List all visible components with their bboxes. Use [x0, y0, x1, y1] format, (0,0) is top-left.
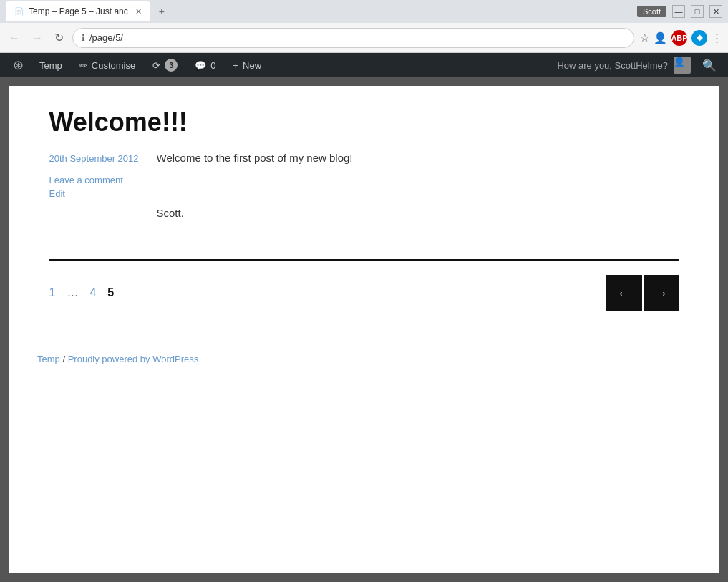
back-button[interactable]: ←: [6, 29, 23, 47]
new-tab-button[interactable]: +: [153, 1, 170, 21]
browser-tab[interactable]: 📄 Temp – Page 5 – Just anc ✕: [6, 1, 150, 21]
wp-logo-item[interactable]: ⊛: [6, 53, 31, 77]
page-wrapper[interactable]: Welcome!!! 20th September 2012 Leave a c…: [9, 86, 719, 573]
pagination-area: 1 … 4 5 ← →: [49, 259, 679, 311]
wp-comments-count: 0: [210, 60, 215, 71]
tab-title: Temp – Page 5 – Just anc: [29, 6, 128, 16]
address-bar: ← → ↻ ℹ /page/5/ ☆ 👤 ABP ◆ ⋮: [0, 23, 728, 53]
edit-link[interactable]: Edit: [49, 188, 142, 199]
wp-new-icon: +: [233, 60, 238, 71]
wp-howdy-text: How are you, ScottHelme?: [557, 60, 668, 71]
wp-updates-item[interactable]: ⟳ 3: [144, 53, 186, 77]
wp-new-label: New: [243, 60, 261, 71]
forward-button[interactable]: →: [29, 29, 46, 47]
title-bar: 📄 Temp – Page 5 – Just anc ✕ + Scott — □…: [0, 0, 728, 23]
wp-new-item[interactable]: + New: [224, 53, 270, 77]
browser-content: Welcome!!! 20th September 2012 Leave a c…: [0, 77, 728, 582]
post-title: Welcome!!!: [49, 107, 679, 137]
footer-separator: /: [62, 354, 65, 364]
post-date: 20th September 2012: [49, 153, 139, 164]
tab-close-icon[interactable]: ✕: [135, 7, 142, 16]
minimize-button[interactable]: —: [672, 5, 685, 18]
post-meta: 20th September 2012 Leave a comment Edit: [49, 152, 142, 231]
user-info-icon[interactable]: 👤: [654, 31, 667, 44]
page-ellipsis: …: [67, 286, 78, 299]
pagination-arrows: ← →: [606, 275, 679, 311]
star-icon[interactable]: ☆: [640, 31, 649, 44]
tab-favicon-icon: 📄: [14, 7, 24, 16]
url-text: /page/5/: [89, 32, 123, 43]
adblock-icon[interactable]: ABP: [671, 30, 687, 46]
leave-comment-link[interactable]: Leave a comment: [49, 175, 142, 185]
wp-admin-bar-right: How are you, ScottHelme? 👤 🔍: [557, 57, 722, 74]
address-icons: ☆ 👤 ABP ◆ ⋮: [640, 30, 722, 46]
wp-search-icon[interactable]: 🔍: [697, 59, 722, 72]
post-content-text: Welcome to the first post of my new blog…: [157, 152, 679, 164]
footer-powered-by[interactable]: Proudly powered by WordPress: [68, 354, 199, 364]
info-icon: ℹ: [82, 33, 85, 43]
pagination-numbers: 1 … 4 5: [49, 286, 115, 299]
wp-comments-item[interactable]: 💬 0: [186, 53, 224, 77]
maximize-button[interactable]: □: [691, 5, 704, 18]
next-page-button[interactable]: →: [644, 275, 679, 311]
page-1-link[interactable]: 1: [49, 286, 56, 299]
wp-admin-bar-left: ⊛ Temp ✏ Customise ⟳ 3 💬 0 + New: [6, 53, 557, 77]
site-footer: Temp / Proudly powered by WordPress: [9, 332, 719, 386]
page-current: 5: [107, 286, 114, 299]
wp-customise-item[interactable]: ✏ Customise: [71, 53, 144, 77]
user-label: Scott: [637, 6, 666, 17]
wp-site-name-item[interactable]: Temp: [31, 53, 71, 77]
page-inner: Welcome!!! 20th September 2012 Leave a c…: [21, 86, 708, 332]
page-4-link[interactable]: 4: [89, 286, 96, 299]
wp-avatar[interactable]: 👤: [674, 57, 691, 74]
close-button[interactable]: ✕: [709, 5, 722, 18]
wp-admin-bar: ⊛ Temp ✏ Customise ⟳ 3 💬 0 + New How are…: [0, 53, 728, 77]
firefox-icon[interactable]: ◆: [691, 30, 707, 46]
reload-button[interactable]: ↻: [52, 28, 67, 47]
wp-site-name: Temp: [39, 60, 62, 71]
wp-logo-icon: ⊛: [13, 57, 24, 73]
post-content: Welcome to the first post of my new blog…: [157, 152, 679, 231]
prev-page-button[interactable]: ←: [606, 275, 642, 311]
wp-updates-icon: ⟳: [152, 60, 160, 71]
menu-icon[interactable]: ⋮: [712, 31, 722, 44]
url-bar[interactable]: ℹ /page/5/: [72, 28, 634, 48]
wp-comments-icon: 💬: [195, 60, 206, 71]
wp-customise-icon: ✏: [79, 60, 87, 71]
tab-strip: 📄 Temp – Page 5 – Just anc ✕ +: [6, 1, 170, 21]
window-controls: Scott — □ ✕: [637, 5, 722, 18]
footer-site-link[interactable]: Temp: [37, 354, 60, 364]
wp-customise-label: Customise: [92, 60, 135, 71]
wp-updates-badge: 3: [165, 59, 178, 72]
post-layout: 20th September 2012 Leave a comment Edit…: [49, 152, 679, 231]
post-signature: Scott.: [157, 207, 679, 219]
